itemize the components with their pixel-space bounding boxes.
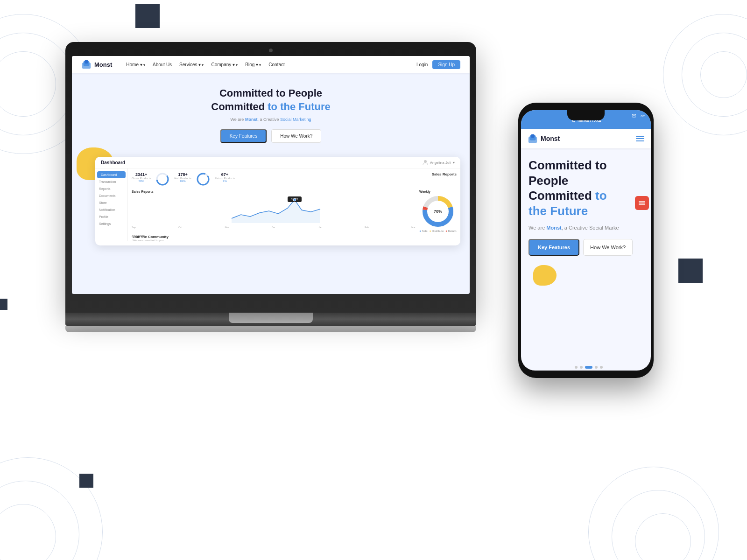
- how-we-work-button[interactable]: How We Work?: [271, 129, 321, 143]
- dashboard-stats: 2341+ Gross Products 50%: [132, 172, 457, 186]
- donut-percent: 70%: [434, 209, 442, 214]
- phone-logo-icon: [528, 133, 538, 144]
- laptop-hero-title: Committed to People Committed to the Fut…: [81, 87, 460, 113]
- phone-hero: Committed to People Committed to the Fut…: [521, 148, 651, 295]
- nav-blog[interactable]: Blog ▾: [245, 62, 261, 67]
- chart-legend: ● Sale ● Distribute ● Return: [419, 230, 457, 232]
- sidebar-notification[interactable]: Notification: [95, 206, 127, 213]
- laptop-hero-buttons: Key Features How We Work?: [81, 129, 460, 143]
- dot-4: [595, 366, 598, 369]
- svg-point-10: [293, 198, 296, 201]
- dashboard-body: Dashboard Transaction Reports Documents …: [95, 168, 460, 241]
- analytics-label: Analytics: [132, 234, 457, 238]
- phone-hero-title: Committed to People Committed to the Fut…: [529, 158, 643, 218]
- dashboard-charts: Sales Reports 3,872: [132, 190, 457, 232]
- stat-return: 67+ Return Products 7%: [215, 172, 235, 186]
- dashboard-card: Dashboard Angelina Joli ▾ Dashboa: [95, 157, 460, 245]
- subtitle-brand: Monst: [245, 117, 258, 122]
- phone-title-line2: People: [529, 174, 568, 188]
- chart-weekly-label: Weekly: [419, 190, 457, 193]
- phone-screen: om 9806071234 Monst: [521, 110, 651, 371]
- laptop-stand: [229, 313, 313, 323]
- phone-fab-button[interactable]: [635, 196, 649, 210]
- hamburger-menu[interactable]: [636, 136, 644, 141]
- stat-circle-2: [196, 172, 210, 186]
- sidebar-dashboard[interactable]: Dashboard: [97, 171, 126, 178]
- decorative-square-3: [79, 474, 93, 488]
- nav-contact[interactable]: Contact: [268, 62, 284, 67]
- login-button[interactable]: Login: [416, 62, 428, 67]
- phone-logo-text: Monst: [541, 135, 560, 142]
- laptop-body: Monst Home ▾ About Us Services ▾ Company…: [65, 42, 476, 313]
- dashboard-main: 2341+ Gross Products 50%: [128, 168, 460, 241]
- dashboard-header: Dashboard Angelina Joli ▾: [95, 157, 460, 168]
- phone-email: [632, 114, 636, 118]
- donut-chart: 70%: [422, 195, 454, 228]
- subtitle-social: Social Marketing: [280, 117, 311, 122]
- decorative-square-2: [678, 259, 703, 283]
- laptop-hero: Committed to People Committed to the Fut…: [72, 73, 470, 157]
- phone-hero-subtitle: We are Monst, a Creative Social Marke: [529, 225, 643, 231]
- signup-button[interactable]: Sign Up: [432, 60, 460, 69]
- phone-nav: Monst: [521, 129, 651, 148]
- phone-notch: [567, 110, 605, 120]
- phone-key-features-button[interactable]: Key Features: [529, 239, 579, 256]
- email-icon: [632, 114, 636, 118]
- sidebar-settings[interactable]: Settings: [95, 220, 127, 227]
- laptop-camera: [269, 49, 273, 52]
- line-chart-svg: 3,872: [132, 195, 416, 223]
- sidebar-reports[interactable]: Reports: [95, 185, 127, 192]
- laptop-hero-subtitle: We are Monst, a Creative Social Marketin…: [81, 117, 460, 122]
- laptop-logo-text: Monst: [94, 61, 112, 68]
- laptop-mockup: Monst Home ▾ About Us Services ▾ Company…: [65, 42, 476, 350]
- dot-2: [580, 366, 583, 369]
- nav-links: Home ▾ About Us Services ▾ Company ▾ Blo…: [126, 62, 416, 67]
- dashboard-user: Angelina Joli ▾: [423, 160, 455, 165]
- laptop-base: [65, 313, 476, 326]
- phone-mockup: om 9806071234 Monst: [518, 103, 654, 378]
- sidebar-profile[interactable]: Profile: [95, 213, 127, 220]
- decorative-square-1: [135, 4, 160, 28]
- hero-title-line1: Committed to People: [219, 87, 322, 99]
- decorative-square-4: [0, 299, 7, 310]
- hero-title-line2-plain: Committed: [211, 101, 268, 112]
- hero-title-highlight: to the Future: [268, 101, 330, 112]
- phone-title-line3: Committed: [529, 189, 595, 203]
- line-chart-wrap: Sales Reports 3,872: [132, 190, 416, 232]
- svg-rect-2: [85, 60, 88, 63]
- dot-3-active: [585, 366, 592, 369]
- stat-hub: 178+ Hub Products 99%: [174, 172, 191, 186]
- svg-rect-18: [531, 134, 534, 138]
- key-features-button[interactable]: Key Features: [220, 129, 267, 143]
- donut-chart-wrap: Weekly 70%: [419, 190, 457, 232]
- phone-how-work-button[interactable]: How We Work?: [583, 239, 633, 256]
- sidebar-store[interactable]: Store: [95, 199, 127, 206]
- phone-dots: [521, 366, 651, 369]
- phone-subtitle-brand: Monst: [546, 225, 561, 231]
- site-logo: Monst: [81, 59, 112, 70]
- nav-company[interactable]: Company ▾: [211, 62, 238, 67]
- sidebar-transaction[interactable]: Transaction: [95, 178, 127, 185]
- site-nav: Monst Home ▾ About Us Services ▾ Company…: [72, 56, 470, 73]
- chart-title: Sales Reports: [132, 190, 416, 193]
- community-join: Join the Community We are committed to y…: [133, 235, 169, 242]
- stat-circle-1: [155, 172, 169, 186]
- phone-body: om 9806071234 Monst: [518, 103, 654, 378]
- nav-home[interactable]: Home ▾: [126, 62, 145, 67]
- phone-title-highlight2: the Future: [529, 204, 588, 218]
- sales-reports-label: Sales Reports: [432, 172, 457, 186]
- phone-title-line1: Committed to: [529, 158, 607, 172]
- phone-hero-buttons: Key Features How We Work?: [529, 239, 643, 256]
- stat-gross: 2341+ Gross Products 50%: [132, 172, 151, 186]
- nav-actions: Login Sign Up: [416, 60, 460, 69]
- laptop-screen: Monst Home ▾ About Us Services ▾ Company…: [72, 56, 470, 294]
- phone-subtitle-prefix: We are: [529, 225, 546, 231]
- nav-about[interactable]: About Us: [153, 62, 172, 67]
- dot-1: [575, 366, 578, 369]
- sidebar-documents[interactable]: Documents: [95, 192, 127, 199]
- logo-icon: [81, 59, 92, 70]
- phone-title-highlight1: to: [595, 189, 607, 203]
- dot-5: [600, 366, 603, 369]
- nav-services[interactable]: Services ▾: [179, 62, 204, 67]
- phone-subtitle-middle: , a Creative Social Marke: [562, 225, 619, 231]
